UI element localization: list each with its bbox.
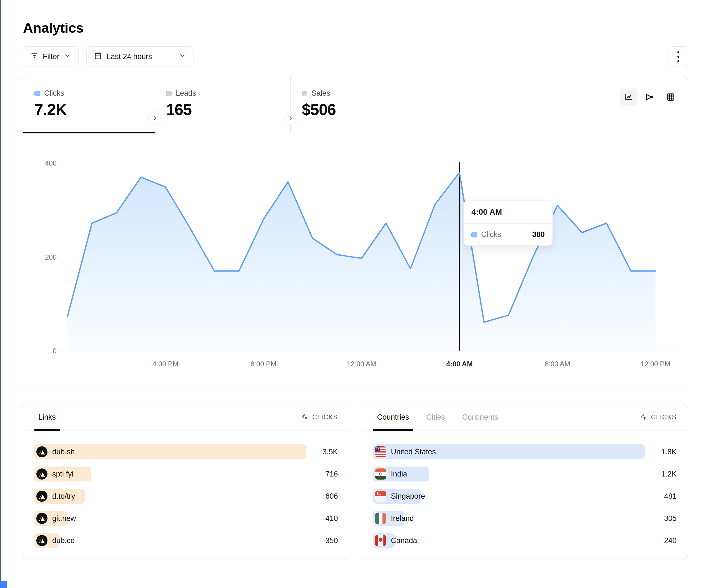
analytics-page: Analytics Filter Last 24 hours: [23, 0, 688, 559]
links-tabs: Links: [35, 404, 60, 430]
bar-track: spti.fyi: [35, 467, 306, 481]
tab-cities[interactable]: Cities: [423, 404, 449, 430]
tooltip-series: Clicks: [481, 230, 501, 239]
row-label: spti.fyi: [36, 469, 73, 479]
row-icon: [375, 513, 386, 524]
svg-text:4:00 AM: 4:00 AM: [447, 360, 473, 368]
filter-label: Filter: [43, 52, 59, 61]
bar-track: dub.sh: [35, 444, 306, 459]
flag-canada: [375, 535, 386, 546]
chart-canvas: 02004004:00 PM8:00 PM12:00 AM4:00 AM8:00…: [23, 76, 687, 389]
flag-united-states: [375, 446, 386, 457]
links-list: dub.sh 3.5K spti.fyi 716 d.to/try 606: [23, 430, 349, 548]
dub-logo-icon: [36, 469, 47, 479]
row-name: India: [391, 470, 407, 478]
chart-tooltip: 4:00 AM Clicks 380: [464, 201, 553, 246]
row-label: git.new: [36, 513, 76, 524]
row-icon: [36, 491, 47, 502]
flag-india: [375, 469, 386, 479]
list-item[interactable]: United States 1.8K: [373, 444, 676, 459]
list-item[interactable]: Singapore 481: [373, 489, 676, 504]
list-item[interactable]: d.to/try 606: [35, 489, 338, 504]
row-icon: [36, 513, 47, 524]
countries-list: United States 1.8K India 1.2K Singapore …: [362, 430, 688, 548]
tab-continents[interactable]: Continents: [458, 404, 502, 430]
tooltip-time: 4:00 AM: [464, 201, 553, 224]
clicks-area-chart[interactable]: 02004004:00 PM8:00 PM12:00 AM4:00 AM8:00…: [23, 133, 688, 389]
expand-leads-sales-button[interactable]: [284, 112, 297, 125]
tooltip-legend-swatch: [471, 232, 477, 238]
row-name: United States: [391, 448, 436, 456]
row-label: Canada: [375, 535, 417, 546]
tab-links[interactable]: Links: [35, 404, 60, 430]
row-icon: [375, 491, 386, 502]
bar-track: d.to/try: [35, 489, 306, 504]
date-range-button[interactable]: Last 24 hours: [86, 46, 194, 67]
svg-text:8:00 AM: 8:00 AM: [545, 360, 570, 368]
row-label: dub.co: [36, 535, 75, 546]
dub-logo-icon: [36, 446, 47, 457]
bar-track: Canada: [373, 533, 645, 548]
list-item[interactable]: dub.co 350: [35, 533, 338, 548]
bar-track: Ireland: [373, 511, 645, 526]
row-name: Canada: [391, 537, 417, 545]
row-value: 1.2K: [645, 470, 676, 478]
row-name: Singapore: [391, 492, 425, 501]
row-label: d.to/try: [36, 491, 75, 502]
row-name: dub.sh: [52, 448, 75, 456]
flag-ireland: [375, 513, 386, 524]
tab-countries[interactable]: Countries: [373, 404, 413, 430]
row-label: Singapore: [375, 491, 425, 502]
cursor-click-icon: [641, 414, 648, 421]
row-icon: [375, 446, 386, 457]
svg-text:12:00 AM: 12:00 AM: [347, 360, 376, 368]
breakdown-cards: Links CLICKS dub.sh 3.5K spti.fyi: [23, 404, 688, 559]
countries-card-header: CountriesCitiesContinents CLICKS: [362, 404, 688, 430]
svg-text:8:00 PM: 8:00 PM: [251, 360, 276, 368]
list-item[interactable]: Canada 240: [373, 533, 676, 548]
countries-metric-label: CLICKS: [651, 413, 676, 421]
filter-icon: [30, 52, 38, 62]
row-icon: [375, 535, 386, 546]
bar-track: dub.co: [35, 533, 306, 548]
countries-metric: CLICKS: [641, 404, 676, 430]
row-value: 350: [306, 537, 338, 545]
row-value: 240: [645, 537, 676, 545]
row-name: dub.co: [52, 537, 75, 545]
bar-track: Singapore: [373, 489, 645, 504]
cursor-click-icon: [302, 414, 309, 421]
filter-button[interactable]: Filter: [23, 46, 79, 67]
row-label: dub.sh: [36, 446, 75, 457]
bar-track: git.new: [35, 511, 306, 526]
svg-text:4:00 PM: 4:00 PM: [152, 360, 178, 368]
list-item[interactable]: dub.sh 3.5K: [35, 444, 338, 459]
flag-singapore: [375, 491, 386, 502]
row-icon: [375, 469, 386, 479]
row-value: 410: [306, 514, 338, 523]
svg-text:400: 400: [45, 159, 57, 167]
kebab-icon: [677, 51, 680, 62]
value-bar: [35, 444, 306, 459]
chevron-right-icon: [287, 115, 294, 121]
list-item[interactable]: India 1.2K: [373, 467, 676, 481]
row-name: Ireland: [391, 514, 414, 523]
window-edge-strip: [0, 0, 1, 588]
row-value: 481: [645, 492, 676, 501]
row-value: 1.8K: [645, 448, 676, 456]
list-item[interactable]: git.new 410: [35, 511, 338, 526]
chevron-down-icon: [64, 52, 71, 61]
svg-text:12:00 PM: 12:00 PM: [641, 360, 670, 368]
list-item[interactable]: spti.fyi 716: [35, 467, 338, 481]
row-label: United States: [375, 446, 436, 457]
dub-logo-icon: [36, 491, 47, 502]
expand-clicks-leads-button[interactable]: [148, 112, 161, 125]
row-label: India: [375, 469, 407, 479]
chevron-down-icon: [179, 52, 186, 61]
links-metric: CLICKS: [302, 404, 338, 430]
svg-text:0: 0: [53, 347, 57, 355]
more-options-button[interactable]: [669, 46, 688, 67]
analytics-chart-card: Clicks 7.2K Leads 165 Sales $506: [23, 76, 688, 389]
geo-tabs: CountriesCitiesContinents: [373, 404, 502, 430]
date-range-label: Last 24 hours: [107, 52, 152, 61]
list-item[interactable]: Ireland 305: [373, 511, 676, 526]
